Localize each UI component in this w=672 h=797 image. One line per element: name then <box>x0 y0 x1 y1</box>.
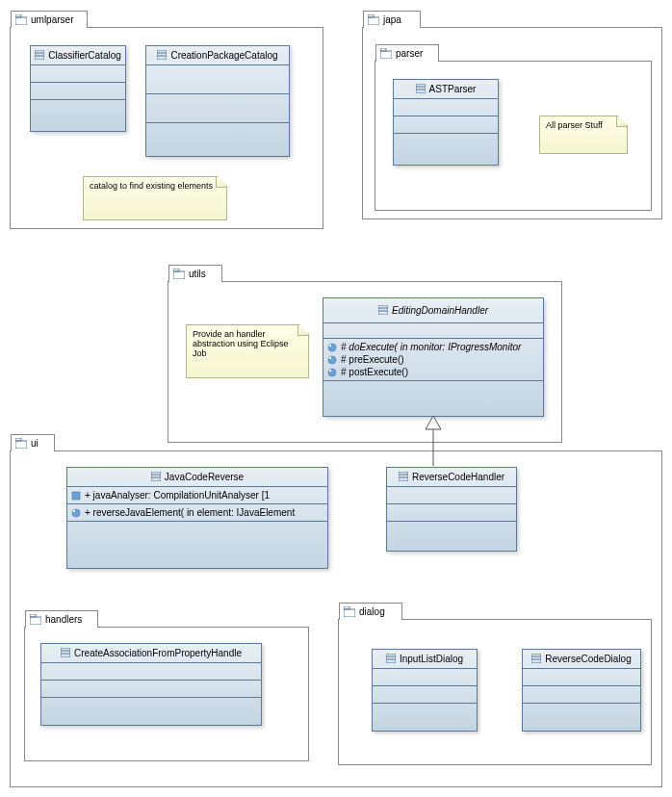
class-InputListDialog[interactable]: InputListDialog <box>372 649 478 732</box>
package-label: handlers <box>45 614 82 625</box>
folder-icon <box>344 606 355 617</box>
op-compartment <box>31 83 125 100</box>
class-ASTParser[interactable]: ASTParser <box>393 79 499 166</box>
extra-compartment <box>323 381 543 404</box>
attr-compartment <box>523 669 640 686</box>
class-CreateAssociationFromPropertyHandler[interactable]: CreateAssociationFromPropertyHandle <box>40 643 262 726</box>
package-label: utils <box>189 269 206 279</box>
class-EditingDomainHandler[interactable]: EditingDomainHandler # doExecute( in mon… <box>323 297 544 417</box>
note-text: Provide an handler abstraction using Ecl… <box>193 329 289 358</box>
class-name: EditingDomainHandler <box>392 305 488 316</box>
operation-text: # preExecute() <box>341 354 404 365</box>
operation-text: # doExecute( in monitor: IProgressMonito… <box>341 342 521 352</box>
operation-text: # postExecute() <box>341 367 408 377</box>
class-name: CreateAssociationFromPropertyHandle <box>74 648 242 658</box>
class-header: ASTParser <box>394 80 498 99</box>
class-ClassifierCatalog[interactable]: ClassifierCatalog <box>30 45 126 132</box>
extra-compartment <box>387 522 516 539</box>
class-header: CreationPackageCatalog <box>146 46 289 65</box>
package-japa[interactable]: japa parser ASTParser All parser Stuff <box>362 27 662 219</box>
note-parserstuff[interactable]: All parser Stuff <box>539 116 628 154</box>
package-label: japa <box>383 14 401 25</box>
package-ui[interactable]: ui JavaCodeReverse + javaAnalyser: Compi… <box>10 450 662 787</box>
op-compartment <box>373 686 477 704</box>
class-name: InputListDialog <box>400 654 463 664</box>
folder-icon <box>173 269 185 279</box>
class-header: ReverseCodeDialog <box>523 650 640 669</box>
class-header: CreateAssociationFromPropertyHandle <box>41 644 261 663</box>
extra-compartment <box>41 698 261 715</box>
extra-compartment <box>394 134 498 151</box>
class-icon <box>416 84 426 95</box>
operation-icon <box>327 355 337 365</box>
class-icon <box>151 472 161 483</box>
attr-compartment <box>41 663 261 681</box>
class-header: JavaCodeReverse <box>67 468 327 487</box>
folder-icon <box>15 438 27 449</box>
package-tab-parser: parser <box>375 44 439 62</box>
class-icon <box>35 50 44 62</box>
operation-row: # doExecute( in monitor: IProgressMonito… <box>327 341 539 353</box>
attr-compartment <box>387 487 516 504</box>
folder-icon <box>15 14 27 25</box>
extra-compartment <box>31 100 125 117</box>
class-icon <box>399 472 408 483</box>
folder-icon <box>380 48 392 59</box>
package-label: dialog <box>359 606 385 617</box>
folder-icon <box>30 614 41 625</box>
op-compartment <box>387 504 516 522</box>
package-dialog[interactable]: dialog InputListDialog ReverseCodeDialog <box>338 619 652 765</box>
op-compartment: + reverseJavaElement( in element: IJavaE… <box>67 504 327 522</box>
operation-row: # preExecute() <box>327 353 539 366</box>
note-text: All parser Stuff <box>546 120 603 130</box>
folder-icon <box>368 14 379 25</box>
attribute-icon <box>71 491 81 501</box>
attribute-row: + javaAnalyser: CompilationUnitAnalyser … <box>71 489 323 501</box>
note-catalog[interactable]: catalog to find existing elements <box>83 176 227 220</box>
package-handlers[interactable]: handlers CreateAssociationFromPropertyHa… <box>24 627 309 761</box>
op-compartment <box>394 116 498 134</box>
class-name: ASTParser <box>429 84 477 94</box>
package-label: parser <box>396 48 423 59</box>
diagram-canvas: { "packages": { "umlparser": { "label": … <box>0 0 672 797</box>
attr-compartment <box>146 65 289 94</box>
package-utils[interactable]: utils Provide an handler abstraction usi… <box>168 281 562 443</box>
class-icon <box>531 654 541 665</box>
attr-compartment <box>373 669 477 686</box>
op-compartment: # doExecute( in monitor: IProgressMonito… <box>323 339 543 381</box>
op-compartment <box>41 681 261 698</box>
extra-compartment <box>523 704 640 721</box>
package-tab-utils: utils <box>168 265 222 282</box>
class-icon <box>61 648 70 659</box>
package-label: ui <box>31 438 39 449</box>
op-compartment <box>523 686 640 704</box>
class-header: ClassifierCatalog <box>31 46 125 65</box>
op-compartment <box>146 94 289 123</box>
class-header: InputListDialog <box>373 650 477 669</box>
extra-compartment <box>146 123 289 152</box>
package-tab-handlers: handlers <box>25 610 98 628</box>
class-icon <box>378 305 388 317</box>
class-header: ReverseCodeHandler <box>387 468 516 487</box>
class-ReverseCodeDialog[interactable]: ReverseCodeDialog <box>522 649 641 732</box>
note-handlerabstraction[interactable]: Provide an handler abstraction using Ecl… <box>186 324 309 378</box>
class-ReverseCodeHandler[interactable]: ReverseCodeHandler <box>386 467 517 552</box>
operation-icon <box>71 508 81 518</box>
note-text: catalog to find existing elements <box>90 181 213 191</box>
attr-compartment <box>394 99 498 116</box>
operation-icon <box>327 368 337 377</box>
attr-compartment <box>323 323 543 339</box>
class-JavaCodeReverse[interactable]: JavaCodeReverse + javaAnalyser: Compilat… <box>66 467 328 569</box>
package-umlparser[interactable]: umlparser ClassifierCatalog CreationPack… <box>10 27 323 229</box>
class-icon <box>386 654 396 665</box>
package-parser[interactable]: parser ASTParser All parser Stuff <box>375 61 652 211</box>
extra-compartment <box>67 522 327 549</box>
package-tab-japa: japa <box>363 11 421 28</box>
class-name: ReverseCodeDialog <box>545 654 632 664</box>
package-tab-dialog: dialog <box>339 603 402 620</box>
class-CreationPackageCatalog[interactable]: CreationPackageCatalog <box>145 45 290 157</box>
operation-text: + reverseJavaElement( in element: IJavaE… <box>85 507 295 518</box>
class-name: ClassifierCatalog <box>48 50 121 61</box>
attribute-text: + javaAnalyser: CompilationUnitAnalyser … <box>85 490 270 501</box>
class-icon <box>157 50 167 62</box>
